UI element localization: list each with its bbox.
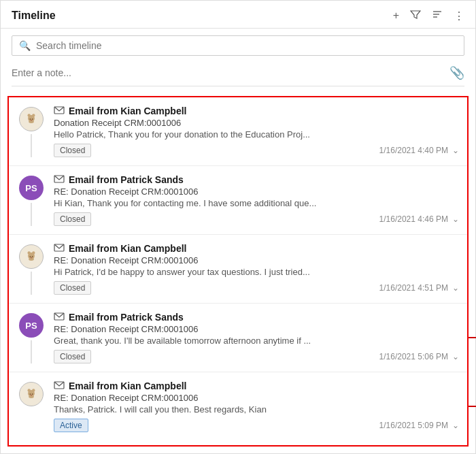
- item-content: Email from Kian Campbell RE: Donation Re…: [47, 243, 459, 295]
- svg-point-13: [28, 251, 31, 254]
- svg-point-4: [28, 114, 31, 116]
- timeline-connector: [31, 272, 32, 295]
- svg-point-22: [28, 389, 31, 391]
- email-header: Email from Patrick Sands: [54, 312, 459, 323]
- header: Timeline + ⋮: [1, 1, 475, 29]
- status-badge: Closed: [54, 350, 91, 363]
- avatar: [19, 107, 44, 131]
- svg-point-16: [30, 256, 31, 257]
- add-icon[interactable]: +: [393, 10, 399, 22]
- email-subject: RE: Donation Receipt CRM:0001006: [54, 393, 459, 403]
- email-header: Email from Kian Campbell: [54, 106, 459, 116]
- email-from: Email from Kian Campbell: [69, 106, 186, 116]
- timestamp-row: 1/16/2021 5:09 PM ⌄: [379, 421, 459, 430]
- email-footer: Closed 1/16/2021 5:06 PM ⌄: [54, 350, 459, 363]
- timeline-container: Email from Kian Campbell Donation Receip…: [7, 96, 469, 447]
- timeline-list: Email from Kian Campbell Donation Receip…: [9, 97, 467, 440]
- email-icon: [54, 380, 65, 391]
- timestamp-row: 1/16/2021 4:40 PM ⌄: [379, 146, 459, 155]
- avatar: [19, 244, 44, 269]
- email-header: Email from Kian Campbell: [54, 380, 459, 391]
- svg-point-26: [32, 393, 33, 395]
- avatar: PS: [19, 176, 44, 200]
- timestamp-row: 1/16/2021 4:51 PM ⌄: [379, 283, 459, 293]
- timestamp: 1/16/2021 4:40 PM: [379, 146, 448, 155]
- arrow-line: [469, 406, 476, 407]
- timeline-item: Email from Kian Campbell Donation Receip…: [9, 97, 467, 166]
- timestamp: 1/16/2021 4:51 PM: [379, 283, 448, 293]
- chevron-down-icon[interactable]: ⌄: [452, 352, 459, 361]
- chevron-down-icon[interactable]: ⌄: [452, 146, 459, 155]
- filter-icon[interactable]: [410, 9, 421, 22]
- svg-point-7: [30, 118, 31, 120]
- annotation-arrow: 2: [469, 399, 476, 414]
- email-preview: Hello Patrick, Thank you for your donati…: [54, 129, 421, 140]
- timestamp: 1/16/2021 5:06 PM: [379, 352, 448, 361]
- timeline-connector: [31, 203, 32, 226]
- avatar-column: PS: [16, 312, 47, 363]
- status-badge: Closed: [54, 144, 91, 157]
- email-from: Email from Patrick Sands: [69, 312, 184, 323]
- item-content: Email from Kian Campbell RE: Donation Re…: [47, 380, 459, 432]
- chevron-down-icon[interactable]: ⌄: [452, 283, 459, 293]
- search-input[interactable]: [36, 40, 457, 51]
- email-preview: Great, thank you. I'll be available tomo…: [54, 336, 421, 346]
- email-from: Email from Patrick Sands: [69, 174, 184, 185]
- email-icon: [54, 312, 65, 323]
- timestamp: 1/16/2021 5:09 PM: [379, 421, 448, 430]
- email-preview: Thanks, Patrick. I will call you then. B…: [54, 404, 421, 415]
- svg-point-8: [32, 118, 33, 120]
- status-badge: Closed: [54, 281, 91, 295]
- email-from: Email from Kian Campbell: [69, 380, 186, 391]
- svg-point-18: [31, 257, 33, 259]
- email-footer: Active 1/16/2021 5:09 PM ⌄: [54, 419, 459, 432]
- svg-point-25: [30, 393, 31, 395]
- email-footer: Closed 1/16/2021 4:46 PM ⌄: [54, 212, 459, 226]
- email-subject: RE: Donation Receipt CRM:0001006: [54, 324, 459, 334]
- svg-point-14: [32, 251, 35, 254]
- svg-point-23: [32, 389, 35, 391]
- email-footer: Closed 1/16/2021 4:40 PM ⌄: [54, 144, 459, 157]
- email-subject: RE: Donation Receipt CRM:0001006: [54, 255, 459, 265]
- more-icon[interactable]: ⋮: [454, 10, 464, 22]
- timeline-item: PS Email from Patrick Sands RE: Donation…: [9, 166, 467, 235]
- email-icon: [54, 106, 65, 116]
- arrow-line: [469, 337, 476, 338]
- item-content: Email from Patrick Sands RE: Donation Re…: [47, 312, 459, 363]
- timestamp-row: 1/16/2021 4:46 PM ⌄: [379, 214, 459, 224]
- avatar: [19, 382, 44, 406]
- email-header: Email from Patrick Sands: [54, 174, 459, 185]
- status-badge: Closed: [54, 212, 91, 226]
- chevron-down-icon[interactable]: ⌄: [452, 214, 459, 224]
- email-footer: Closed 1/16/2021 4:51 PM ⌄: [54, 281, 459, 295]
- avatar-column: PS: [16, 174, 47, 226]
- svg-point-5: [32, 114, 35, 116]
- note-input[interactable]: [12, 67, 449, 78]
- annotation-arrow: 1: [469, 330, 476, 345]
- email-icon: [54, 243, 65, 254]
- email-icon: [54, 174, 65, 185]
- timestamp-row: 1/16/2021 5:06 PM ⌄: [379, 352, 459, 361]
- email-subject: RE: Donation Receipt CRM:0001006: [54, 187, 459, 197]
- note-bar: 📎: [12, 65, 464, 86]
- svg-point-9: [31, 120, 33, 121]
- chevron-down-icon[interactable]: ⌄: [452, 421, 459, 430]
- sort-icon[interactable]: [432, 9, 443, 22]
- timeline-connector: [31, 134, 32, 157]
- item-content: Email from Patrick Sands RE: Donation Re…: [47, 174, 459, 226]
- email-subject: Donation Receipt CRM:0001006: [54, 118, 459, 128]
- status-badge: Active: [54, 419, 88, 432]
- avatar-column: [16, 380, 47, 432]
- timestamp: 1/16/2021 4:46 PM: [379, 214, 448, 224]
- timeline-item: Email from Kian Campbell RE: Donation Re…: [9, 372, 467, 440]
- timeline-item: Email from Kian Campbell RE: Donation Re…: [9, 235, 467, 304]
- timeline-panel: Timeline + ⋮ 🔍 📎: [0, 0, 476, 454]
- email-header: Email from Kian Campbell: [54, 243, 459, 254]
- avatar-column: [16, 243, 47, 295]
- page-title: Timeline: [12, 10, 393, 22]
- email-preview: Hi Patrick, I'd be happy to answer your …: [54, 267, 421, 277]
- item-content: Email from Kian Campbell Donation Receip…: [47, 106, 459, 157]
- search-bar: 🔍: [12, 35, 464, 56]
- avatar: PS: [19, 313, 44, 338]
- attachment-icon[interactable]: 📎: [449, 65, 464, 80]
